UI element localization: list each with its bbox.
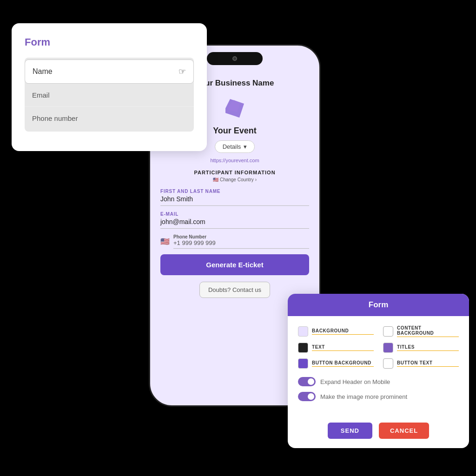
content-bg-swatch[interactable] xyxy=(383,326,393,337)
change-country-label: Change Country xyxy=(220,177,254,182)
image-prominent-label: Make the image more prominent xyxy=(320,393,407,400)
titles-color-row: TITLES xyxy=(383,343,459,353)
send-button[interactable]: SEND xyxy=(328,423,372,439)
phone-field-inner: Phone Number +1 999 999 999 xyxy=(173,234,309,249)
text-swatch[interactable] xyxy=(298,343,308,353)
settings-body: BACKGROUND CONTENT BACKGROUND TEXT TITLE… xyxy=(288,316,469,416)
titles-label: TITLES xyxy=(397,344,459,351)
form-settings-panel: Form BACKGROUND CONTENT BACKGROUND TEXT … xyxy=(288,294,469,448)
expand-header-toggle-row: Expand Header on Mobile xyxy=(298,377,459,386)
background-label: BACKGROUND xyxy=(312,328,374,335)
name-field-label: Name xyxy=(33,67,53,76)
chevron-down-icon: ▾ xyxy=(244,143,247,150)
form-card: Form Name ☞ Email Phone number xyxy=(12,23,207,151)
change-country-row[interactable]: 🇺🇸 Change Country › xyxy=(213,177,257,182)
background-swatch[interactable] xyxy=(298,326,308,337)
phone-notch xyxy=(207,52,263,65)
background-color-row: BACKGROUND xyxy=(298,325,374,337)
settings-header: Form xyxy=(288,294,469,316)
email-value: john@mail.com xyxy=(160,218,309,229)
button-text-color-row: BUTTON TEXT xyxy=(383,358,459,369)
business-name: Your Business Name xyxy=(196,79,274,88)
button-text-swatch[interactable] xyxy=(383,358,393,369)
phone-camera xyxy=(232,56,237,61)
flag-us-icon: 🇺🇸 xyxy=(213,177,218,182)
event-name: Your Event xyxy=(213,126,257,136)
phone-number-label: Phone Number xyxy=(173,234,309,239)
content-bg-label: CONTENT BACKGROUND xyxy=(397,325,459,337)
details-button[interactable]: Details ▾ xyxy=(215,140,255,153)
text-label: TEXT xyxy=(312,344,374,351)
expand-header-label: Expand Header on Mobile xyxy=(320,378,390,385)
cursor-icon: ☞ xyxy=(178,66,186,77)
cancel-button[interactable]: CANCEL xyxy=(379,423,429,439)
participant-header: PARTICIPANT INFORMATION xyxy=(194,170,275,175)
text-color-row: TEXT xyxy=(298,343,374,353)
phone-number-section: 🇺🇸 Phone Number +1 999 999 999 xyxy=(160,234,309,249)
first-last-name-section: FIRST AND LAST NAME John Smith xyxy=(160,189,309,206)
titles-swatch[interactable] xyxy=(383,343,393,353)
event-icon xyxy=(221,94,249,122)
content-bg-color-row: CONTENT BACKGROUND xyxy=(383,325,459,337)
button-bg-color-row: BUTTON BACKGROUND xyxy=(298,358,374,369)
button-text-label: BUTTON TEXT xyxy=(397,360,459,367)
button-bg-swatch[interactable] xyxy=(298,358,308,369)
expand-header-toggle[interactable] xyxy=(298,377,316,386)
first-last-name-value: John Smith xyxy=(160,195,309,206)
phone-number-value: +1 999 999 999 xyxy=(173,239,309,249)
settings-footer: SEND CANCEL xyxy=(288,416,469,448)
flag-us-phone-icon: 🇺🇸 xyxy=(160,237,170,246)
email-field-item[interactable]: Email xyxy=(25,84,194,107)
doubts-contact-button[interactable]: Doubts? Contact us xyxy=(199,282,270,298)
form-field-group: Name ☞ Email Phone number xyxy=(25,58,194,132)
button-bg-label: BUTTON BACKGROUND xyxy=(312,360,374,367)
image-prominent-toggle[interactable] xyxy=(298,392,316,401)
image-prominent-toggle-row: Make the image more prominent xyxy=(298,392,459,401)
chevron-right-icon: › xyxy=(255,177,257,182)
phone-field-item[interactable]: Phone number xyxy=(25,107,194,130)
generate-eticket-button[interactable]: Generate E-ticket xyxy=(160,254,309,275)
name-field-active[interactable]: Name ☞ xyxy=(25,60,194,84)
form-card-title: Form xyxy=(25,36,194,48)
first-last-name-label: FIRST AND LAST NAME xyxy=(160,189,309,194)
event-url: https://yourevent.com xyxy=(210,158,259,163)
email-label: E-MAIL xyxy=(160,212,309,217)
color-grid: BACKGROUND CONTENT BACKGROUND TEXT TITLE… xyxy=(298,325,459,369)
email-section: E-MAIL john@mail.com xyxy=(160,212,309,229)
details-label: Details xyxy=(223,143,241,150)
